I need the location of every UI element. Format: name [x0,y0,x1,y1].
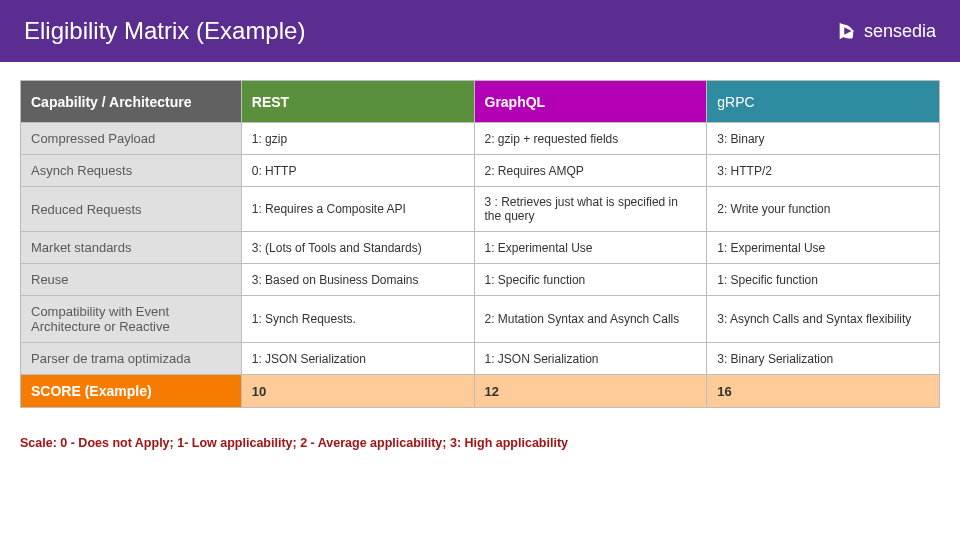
graphql-cell: 2: Mutation Syntax and Asynch Calls [474,296,707,343]
col-header-capability: Capability / Architecture [21,81,242,123]
graphql-cell: 2: Requires AMQP [474,155,707,187]
capability-cell: Parser de trama optimizada [21,343,242,375]
col-header-graphql: GraphQL [474,81,707,123]
capability-cell: Reuse [21,264,242,296]
capability-cell: Compatibility with Event Architecture or… [21,296,242,343]
table-row: Parser de trama optimizada1: JSON Serial… [21,343,940,375]
rest-cell: 3: Based on Business Domains [241,264,474,296]
score-rest: 10 [241,375,474,408]
rest-cell: 1: Requires a Composite API [241,187,474,232]
grpc-cell: 1: Experimental Use [707,232,940,264]
brand-name: sensedia [864,21,936,42]
grpc-cell: 3: Binary Serialization [707,343,940,375]
table-row: Reuse3: Based on Business Domains1: Spec… [21,264,940,296]
brand-logo: sensedia [836,20,936,42]
grpc-cell: 2: Write your function [707,187,940,232]
table-row: Compressed Payload1: gzip2: gzip + reque… [21,123,940,155]
score-label: SCORE (Example) [21,375,242,408]
graphql-cell: 1: Experimental Use [474,232,707,264]
col-header-grpc: gRPC [707,81,940,123]
grpc-cell: 1: Specific function [707,264,940,296]
capability-cell: Reduced Requests [21,187,242,232]
rest-cell: 3: (Lots of Tools and Standards) [241,232,474,264]
scale-legend: Scale: 0 - Does not Apply; 1- Low applic… [0,418,960,450]
rest-cell: 1: JSON Serialization [241,343,474,375]
grpc-cell: 3: HTTP/2 [707,155,940,187]
capability-cell: Asynch Requests [21,155,242,187]
graphql-cell: 3 : Retrieves just what is specified in … [474,187,707,232]
table-row: Asynch Requests0: HTTP2: Requires AMQP3:… [21,155,940,187]
capability-cell: Compressed Payload [21,123,242,155]
score-row: SCORE (Example)101216 [21,375,940,408]
table-row: Market standards3: (Lots of Tools and St… [21,232,940,264]
eligibility-matrix-table: Capability / Architecture REST GraphQL g… [20,80,940,408]
grpc-cell: 3: Asynch Calls and Syntax flexibility [707,296,940,343]
rest-cell: 0: HTTP [241,155,474,187]
rest-cell: 1: gzip [241,123,474,155]
table-row: Compatibility with Event Architecture or… [21,296,940,343]
col-header-rest: REST [241,81,474,123]
slide-header: Eligibility Matrix (Example) sensedia [0,0,960,62]
capability-cell: Market standards [21,232,242,264]
slide-content: Capability / Architecture REST GraphQL g… [0,62,960,418]
play-icon [836,20,858,42]
rest-cell: 1: Synch Requests. [241,296,474,343]
grpc-cell: 3: Binary [707,123,940,155]
score-graphql: 12 [474,375,707,408]
graphql-cell: 2: gzip + requested fields [474,123,707,155]
table-header-row: Capability / Architecture REST GraphQL g… [21,81,940,123]
table-row: Reduced Requests1: Requires a Composite … [21,187,940,232]
graphql-cell: 1: JSON Serialization [474,343,707,375]
graphql-cell: 1: Specific function [474,264,707,296]
page-title: Eligibility Matrix (Example) [24,17,305,45]
score-grpc: 16 [707,375,940,408]
